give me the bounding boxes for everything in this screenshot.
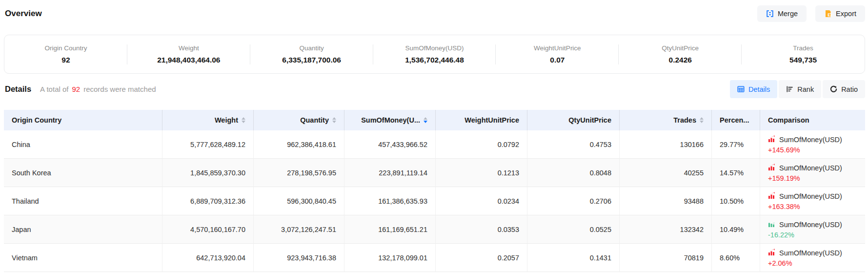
page-title: Overview [4, 9, 42, 19]
cell-trades: 130166 [620, 130, 712, 159]
stat-value: 0.07 [496, 56, 619, 64]
cell-country: South Korea [4, 159, 162, 187]
col-label: Trades [673, 116, 696, 124]
col-header-weight[interactable]: Weight [162, 110, 254, 130]
trend-up-icon [768, 248, 776, 257]
cell-comparison: SumOfMoney(USD) -16.22% [760, 215, 865, 244]
cell-quantity: 3,072,126,247.51 [254, 215, 344, 244]
cell-country: Japan [4, 215, 162, 244]
merge-button-label: Merge [778, 10, 798, 18]
export-icon [824, 10, 832, 18]
table-row-thailand: Thailand 6,889,709,312.36 596,300,840.45… [4, 187, 865, 215]
comparison-change-value: -16.22% [768, 231, 865, 239]
cell-country: Vietnam [4, 244, 162, 272]
merge-icon [766, 10, 774, 18]
overview-stats-panel: Origin Country 92 Weight 21,948,403,464.… [4, 35, 865, 74]
cell-weight: 4,570,160,167.70 [162, 215, 254, 244]
col-header-origin-country: Origin Country [4, 110, 162, 130]
stat-value: 21,948,403,464.06 [127, 56, 250, 64]
cell-qty-unit-price: 0.0525 [527, 215, 620, 244]
cell-sum-of-money: 457,433,966.52 [344, 130, 436, 159]
stat-label: SumOfMoney(USD) [373, 44, 496, 52]
tab-details[interactable]: Details [730, 80, 777, 98]
col-label: Percen... [720, 116, 749, 124]
ratio-circular-icon [830, 85, 837, 93]
trend-up-icon [768, 135, 776, 144]
sort-toggle[interactable] [700, 117, 704, 123]
col-label: WeightUnitPrice [464, 116, 519, 124]
summary-prefix: A total of [40, 85, 68, 93]
col-label: Origin Country [12, 116, 61, 124]
cell-qty-unit-price: 0.2706 [527, 187, 620, 215]
stat-value: 92 [4, 56, 127, 64]
stat-qty-unit-price: QtyUnitPrice 0.2426 [619, 42, 742, 67]
col-label: Weight [215, 116, 238, 124]
col-label: QtyUnitPrice [568, 116, 611, 124]
stat-label: Origin Country [4, 44, 127, 52]
cell-percentage: 8.60% [712, 244, 760, 272]
cell-percentage: 29.77% [712, 130, 760, 159]
stat-value: 1,536,702,446.48 [373, 56, 496, 64]
cell-percentage: 10.50% [712, 187, 760, 215]
stat-label: Weight [127, 44, 250, 52]
cell-qty-unit-price: 0.1431 [527, 244, 620, 272]
col-header-trades[interactable]: Trades [620, 110, 712, 130]
sort-toggle[interactable] [424, 117, 427, 123]
stat-sum-of-money: SumOfMoney(USD) 1,536,702,446.48 [373, 42, 496, 67]
trend-up-icon [768, 163, 776, 172]
cell-sum-of-money: 132,178,099.01 [344, 244, 436, 272]
tab-ratio-label: Ratio [841, 85, 858, 93]
rank-bars-icon [786, 85, 793, 93]
table-row-japan: Japan 4,570,160,167.70 3,072,126,247.51 … [4, 215, 865, 244]
stat-weight: Weight 21,948,403,464.06 [127, 42, 250, 67]
cell-trades: 93488 [620, 187, 712, 215]
sort-toggle[interactable] [242, 117, 245, 123]
cell-weight: 1,845,859,370.30 [162, 159, 254, 187]
stat-weight-unit-price: WeightUnitPrice 0.07 [496, 42, 619, 67]
col-label: Comparison [768, 116, 809, 124]
export-button-label: Export [836, 10, 856, 18]
cell-comparison: SumOfMoney(USD) +159.19% [760, 159, 865, 187]
stat-trades: Trades 549,735 [742, 42, 865, 67]
stat-label: Trades [742, 44, 865, 52]
tab-ratio[interactable]: Ratio [823, 80, 865, 98]
overview-page: Overview Merge [0, 0, 868, 273]
cell-percentage: 10.49% [712, 215, 760, 244]
merge-button[interactable]: Merge [757, 5, 807, 22]
cell-comparison: SumOfMoney(USD) +163.38% [760, 187, 865, 215]
col-header-sum-of-money[interactable]: SumOfMoney(U... [344, 110, 436, 130]
col-header-quantity[interactable]: Quantity [254, 110, 344, 130]
records-summary: A total of92records were matched [40, 85, 156, 93]
col-header-weight-unit-price: WeightUnitPrice [436, 110, 527, 130]
col-header-percentage: Percen... [712, 110, 760, 130]
stat-value: 6,335,187,700.06 [250, 56, 373, 64]
comparison-metric-label: SumOfMoney(USD) [779, 192, 842, 200]
cell-country: Thailand [4, 187, 162, 215]
cell-weight: 5,777,628,489.12 [162, 130, 254, 159]
cell-quantity: 596,300,840.45 [254, 187, 344, 215]
cell-weight: 6,889,709,312.36 [162, 187, 254, 215]
export-button[interactable]: Export [815, 5, 865, 22]
cell-weight-unit-price: 0.0792 [436, 130, 527, 159]
sort-toggle[interactable] [332, 117, 336, 123]
cell-qty-unit-price: 0.4753 [527, 130, 620, 159]
view-switcher: Details Rank [730, 80, 865, 98]
comparison-change-value: +159.19% [768, 174, 865, 182]
col-label: Quantity [300, 116, 329, 124]
cell-weight-unit-price: 0.2057 [436, 244, 527, 272]
stat-origin-country: Origin Country 92 [4, 42, 127, 67]
cell-trades: 70819 [620, 244, 712, 272]
cell-quantity: 923,943,716.38 [254, 244, 344, 272]
table-row-china: China 5,777,628,489.12 962,386,418.61 45… [4, 130, 865, 159]
cell-weight-unit-price: 0.0234 [436, 187, 527, 215]
col-header-qty-unit-price: QtyUnitPrice [527, 110, 620, 130]
stat-value: 0.2426 [619, 56, 742, 64]
trend-up-icon [768, 191, 776, 201]
col-header-comparison: Comparison [760, 110, 865, 130]
tab-rank[interactable]: Rank [779, 80, 821, 98]
table-header: Origin Country Weight Quantity SumOfMone… [4, 110, 865, 130]
stat-quantity: Quantity 6,335,187,700.06 [250, 42, 373, 67]
cell-comparison: SumOfMoney(USD) +2.06% [760, 244, 865, 272]
details-bar: Details A total of92records were matched… [4, 80, 865, 98]
details-title: Details [4, 84, 31, 94]
